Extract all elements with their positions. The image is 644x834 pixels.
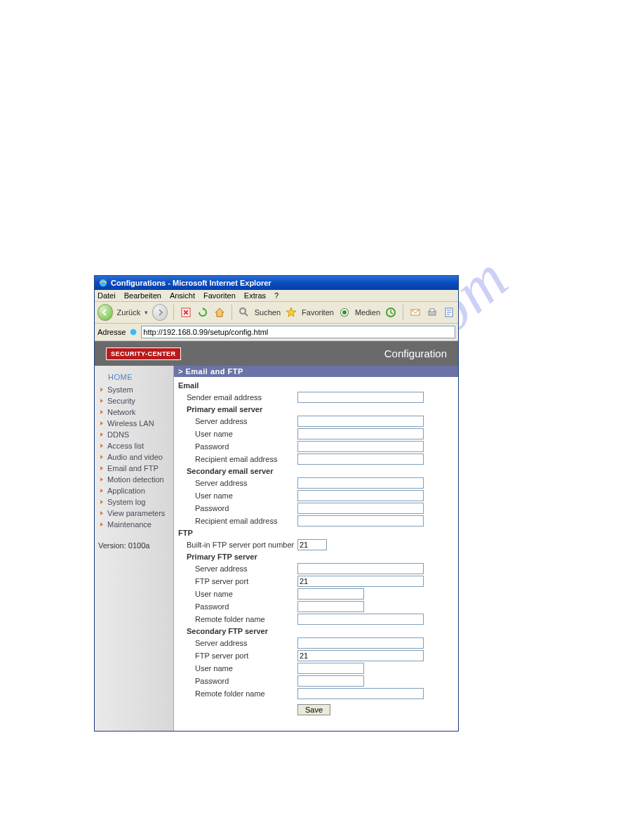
- sidebar-item-view-parameters[interactable]: View parameters: [97, 508, 171, 519]
- window-title: Configurations - Microsoft Internet Expl…: [111, 279, 271, 287]
- pf-user-input[interactable]: [297, 588, 364, 600]
- sidebar-item-access-list[interactable]: Access list: [97, 440, 171, 451]
- sidebar-item-system-log[interactable]: System log: [97, 496, 171, 508]
- pe-pass-label: Password: [178, 442, 297, 451]
- media-icon: [339, 307, 350, 318]
- pe-recipient-input[interactable]: [297, 454, 424, 465]
- menu-favoriten[interactable]: Favoriten: [203, 291, 236, 300]
- pe-user-input[interactable]: [297, 428, 424, 439]
- sidebar-item-ddns[interactable]: DDNS: [97, 429, 171, 440]
- sidebar-item-network[interactable]: Network: [97, 406, 171, 418]
- save-button[interactable]: Save: [297, 704, 330, 715]
- svg-rect-9: [430, 309, 434, 312]
- sf-folder-label: Remote folder name: [178, 689, 297, 698]
- favorites-button[interactable]: [285, 305, 297, 319]
- pe-recipient-label: Recipient email address: [178, 455, 297, 463]
- arrow-icon: [98, 454, 105, 461]
- media-label: Medien: [355, 308, 380, 317]
- primary-email-heading: Primary email server: [187, 405, 454, 413]
- primary-ftp-heading: Primary FTP server: [187, 552, 454, 561]
- sidebar-item-label: Application: [107, 486, 145, 495]
- arrow-icon: [98, 386, 105, 393]
- sf-server-input[interactable]: [297, 637, 424, 649]
- mail-button[interactable]: [409, 305, 422, 319]
- arrow-icon: [98, 498, 105, 505]
- history-button[interactable]: [384, 305, 397, 319]
- menu-extras[interactable]: Extras: [244, 291, 266, 300]
- svg-point-2: [240, 308, 246, 314]
- arrow-icon: [98, 442, 105, 449]
- refresh-button[interactable]: [196, 305, 209, 319]
- sidebar-item-label: Motion detection: [107, 475, 164, 484]
- pf-port-input[interactable]: [297, 576, 424, 587]
- sidebar-item-label: Access list: [107, 442, 144, 450]
- sidebar-item-label: Network: [107, 408, 135, 416]
- menu-bearbeiten[interactable]: Bearbeiten: [124, 291, 161, 300]
- edit-button[interactable]: [443, 305, 455, 319]
- se-recipient-label: Recipient email address: [178, 517, 297, 525]
- sf-folder-input[interactable]: [297, 688, 424, 699]
- sidebar-item-wireless-lan[interactable]: Wireless LAN: [97, 418, 171, 429]
- menu-ansicht[interactable]: Ansicht: [170, 291, 195, 300]
- sender-email-label: Sender email address: [178, 393, 297, 402]
- back-label: Zurück: [117, 308, 141, 317]
- sf-pass-label: Password: [178, 677, 297, 685]
- print-button[interactable]: [426, 305, 438, 319]
- menu-datei[interactable]: Datei: [98, 291, 116, 300]
- search-button[interactable]: [238, 305, 250, 319]
- sidebar-item-email-ftp[interactable]: Email and FTP: [97, 463, 171, 474]
- refresh-icon: [197, 307, 208, 318]
- pf-folder-input[interactable]: [297, 614, 424, 625]
- titlebar: Configurations - Microsoft Internet Expl…: [95, 276, 458, 290]
- edit-icon: [443, 307, 455, 318]
- back-button[interactable]: [98, 304, 113, 321]
- history-icon: [385, 307, 396, 318]
- arrow-right-icon: [156, 309, 163, 316]
- home-icon: [214, 307, 225, 318]
- arrow-icon: [98, 420, 105, 427]
- secondary-email-heading: Secondary email server: [187, 467, 454, 475]
- sf-server-label: Server address: [178, 639, 297, 647]
- builtin-ftp-port-input[interactable]: [297, 539, 327, 550]
- back-dropdown[interactable]: ▾: [145, 309, 148, 316]
- sidebar-item-application[interactable]: Application: [97, 485, 171, 496]
- sidebar-item-label: Maintenance: [107, 520, 152, 529]
- address-input[interactable]: [141, 326, 455, 338]
- sidebar-item-label: System: [107, 385, 133, 394]
- se-server-input[interactable]: [297, 477, 424, 489]
- se-user-input[interactable]: [297, 490, 424, 501]
- stop-button[interactable]: [180, 305, 192, 319]
- sidebar-item-maintenance[interactable]: Maintenance: [97, 519, 171, 530]
- main-panel: > Email and FTP Email Sender email addre…: [174, 366, 458, 731]
- sidebar-home[interactable]: HOME: [97, 370, 171, 384]
- ie-icon: [98, 278, 108, 288]
- pe-server-input[interactable]: [297, 416, 424, 427]
- mail-icon: [410, 307, 421, 318]
- sf-port-input[interactable]: [297, 650, 424, 661]
- sender-email-input[interactable]: [297, 392, 424, 403]
- home-button[interactable]: [213, 305, 226, 319]
- sidebar-item-audio-video[interactable]: Audio and video: [97, 451, 171, 463]
- pe-server-label: Server address: [178, 417, 297, 425]
- arrow-icon: [98, 510, 105, 517]
- sf-pass-input[interactable]: [297, 675, 364, 687]
- sidebar-item-security[interactable]: Security: [97, 395, 171, 406]
- se-recipient-input[interactable]: [297, 515, 424, 527]
- media-button[interactable]: [338, 305, 351, 319]
- pe-pass-input[interactable]: [297, 441, 424, 452]
- pf-server-input[interactable]: [297, 563, 424, 574]
- menu-help[interactable]: ?: [274, 291, 279, 300]
- sidebar-item-motion-detection[interactable]: Motion detection: [97, 474, 171, 485]
- arrow-icon: [98, 409, 105, 416]
- forward-button[interactable]: [152, 304, 168, 321]
- se-pass-input[interactable]: [297, 503, 424, 514]
- arrow-left-icon: [102, 309, 109, 316]
- toolbar-separator: [173, 305, 174, 320]
- sf-user-input[interactable]: [297, 663, 364, 674]
- secondary-ftp-heading: Secondary FTP server: [187, 627, 454, 635]
- sidebar-item-system[interactable]: System: [97, 384, 171, 395]
- pf-server-label: Server address: [178, 564, 297, 573]
- star-icon: [286, 307, 297, 318]
- pf-pass-input[interactable]: [297, 601, 364, 612]
- toolbar: Zurück ▾ Suchen Favoriten: [95, 302, 458, 324]
